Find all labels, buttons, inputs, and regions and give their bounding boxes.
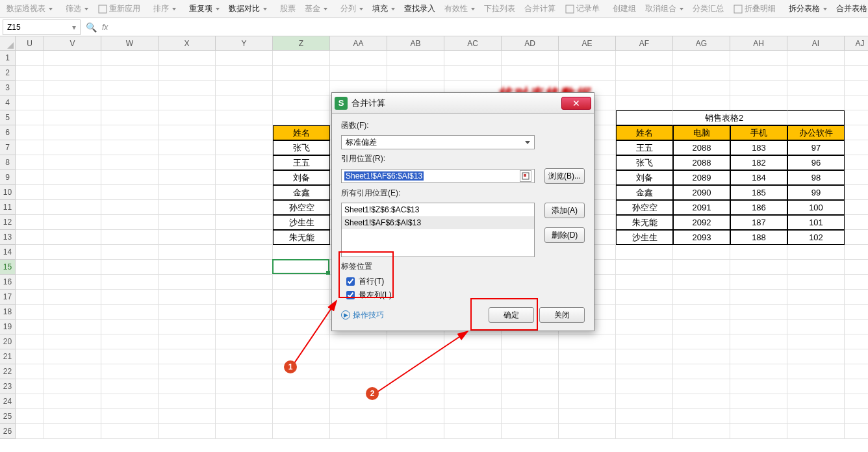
cell[interactable] [330,394,387,409]
cell[interactable] [845,66,868,81]
cell[interactable]: 王五 [273,155,330,170]
cell[interactable] [330,409,387,424]
cell[interactable] [216,51,273,66]
cell[interactable]: 沙生生 [616,230,673,245]
cell[interactable] [159,81,216,95]
cell[interactable] [559,51,616,66]
cell[interactable] [159,170,216,185]
cell[interactable]: 金鑫 [273,185,330,200]
column-header[interactable]: U [16,36,44,51]
cell[interactable] [159,379,216,394]
row-header[interactable]: 6 [0,125,16,140]
cell[interactable] [787,305,845,320]
cell[interactable] [444,334,502,349]
cell[interactable] [101,185,159,200]
row-header[interactable]: 3 [0,81,16,95]
cell[interactable] [44,230,101,245]
cell[interactable] [730,394,787,409]
cell[interactable] [787,409,845,424]
cell[interactable] [673,349,730,364]
cell[interactable] [101,349,159,364]
cell[interactable] [273,81,330,95]
cell[interactable] [273,379,330,394]
cell[interactable] [387,409,444,424]
name-box-input[interactable] [7,23,53,32]
cell[interactable] [216,394,273,409]
ribbon-item[interactable]: 记录单 [561,2,604,16]
cell[interactable]: 孙空空 [273,200,330,215]
cell[interactable] [101,140,159,155]
cell[interactable] [159,260,216,275]
column-header[interactable]: Z [273,36,330,51]
row-header[interactable]: 9 [0,170,16,185]
cell[interactable] [159,334,216,349]
row-header[interactable]: 23 [0,379,16,394]
cell[interactable] [444,51,502,66]
cell[interactable] [673,95,730,110]
ribbon-item[interactable]: 有效性 [440,2,479,16]
cell[interactable] [616,394,673,409]
cell[interactable] [44,275,101,290]
cell[interactable] [101,51,159,66]
cell[interactable] [216,305,273,320]
cell[interactable] [101,290,159,305]
cell[interactable] [101,260,159,275]
cell[interactable] [44,245,101,260]
row-header[interactable]: 14 [0,245,16,260]
cell[interactable] [44,81,101,95]
cell[interactable] [273,364,330,379]
cell[interactable]: 张飞 [273,140,330,155]
cell[interactable] [845,424,868,439]
cell[interactable] [101,215,159,230]
cell[interactable] [559,409,616,424]
cell[interactable] [502,334,559,349]
cell[interactable] [101,245,159,260]
cell[interactable] [159,305,216,320]
cell[interactable] [159,394,216,409]
cell[interactable] [159,125,216,140]
row-header[interactable]: 11 [0,200,16,215]
cell[interactable] [44,200,101,215]
left-col-checkbox[interactable]: 最左列(L) [346,290,585,301]
cell[interactable] [845,95,868,110]
cell[interactable] [216,185,273,200]
cell[interactable] [101,81,159,95]
cell[interactable] [159,110,216,125]
cell[interactable] [845,379,868,394]
cell[interactable] [101,424,159,439]
ribbon-item[interactable]: 数据透视表 [3,2,57,16]
cell[interactable] [845,125,868,140]
cell[interactable] [673,260,730,275]
cell[interactable] [444,379,502,394]
row-header[interactable]: 19 [0,320,16,334]
row-header[interactable]: 2 [0,66,16,81]
cell[interactable] [559,66,616,81]
cell[interactable]: 2091 [673,200,730,215]
cell[interactable] [159,155,216,170]
cell[interactable]: 2090 [673,185,730,200]
row-header[interactable]: 16 [0,275,16,290]
cell[interactable] [845,170,868,185]
cell[interactable] [101,305,159,320]
ribbon-item[interactable]: 合并计算 [520,2,559,16]
column-header[interactable]: X [159,36,216,51]
cell[interactable] [101,155,159,170]
cell[interactable] [502,409,559,424]
cell[interactable] [730,260,787,275]
ribbon-item[interactable]: 重新应用 [94,2,144,16]
cell[interactable]: 184 [730,170,787,185]
cell[interactable] [502,66,559,81]
ribbon-item[interactable]: 拆分表格 [785,2,831,16]
cell[interactable] [444,394,502,409]
column-header[interactable]: Y [216,36,273,51]
cell[interactable] [16,230,44,245]
cell[interactable] [16,305,44,320]
cell[interactable] [845,275,868,290]
cell[interactable] [616,320,673,334]
ribbon-item[interactable]: 股票 [276,2,300,16]
cell[interactable] [787,275,845,290]
tips-link[interactable]: ▶操作技巧 [341,310,384,321]
cell[interactable]: 朱无能 [616,215,673,230]
cell[interactable] [216,349,273,364]
cell[interactable] [159,185,216,200]
